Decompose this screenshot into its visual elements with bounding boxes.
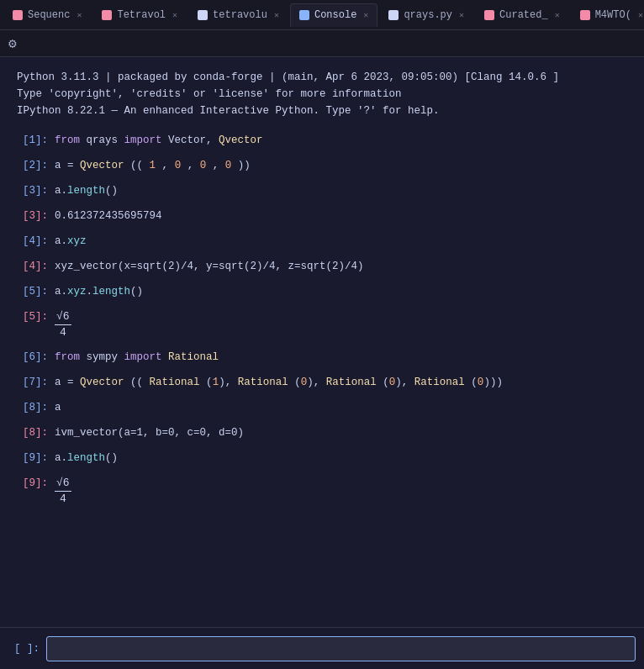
fraction-numer-out9: √6 bbox=[55, 477, 71, 492]
tab-m4wto[interactable]: M4WTO( ✕ bbox=[571, 3, 644, 27]
code-in7: a = Qvector (( Rational (1), Rational (0… bbox=[55, 374, 644, 391]
prompt-in4: [4]: bbox=[8, 233, 55, 250]
code-in1: from qrays import Vector, Qvector bbox=[55, 132, 644, 149]
tab-close-qrays[interactable]: ✕ bbox=[459, 10, 464, 20]
tab-icon-curated bbox=[484, 10, 494, 20]
code-in5: a.xyz.length() bbox=[55, 283, 644, 300]
banner-line3: IPython 8.22.1 — An enhanced Interactive… bbox=[17, 103, 627, 119]
comma-2b: , bbox=[187, 160, 194, 171]
cell-out8: [8]: ivm_vector(a=1, b=0, c=0, d=0) bbox=[0, 420, 644, 445]
tab-label-console: Console bbox=[314, 9, 356, 21]
r4-7b: ))) bbox=[483, 377, 503, 388]
output-out3: 0.612372435695794 bbox=[55, 208, 644, 224]
prompt-out5: [5]: bbox=[8, 308, 55, 325]
tab-icon-tetravolu bbox=[198, 10, 208, 20]
cls-rational-7b: Rational bbox=[238, 377, 288, 388]
paren-open-2: (( bbox=[130, 160, 143, 171]
cell-in9: [9]: a.length() bbox=[0, 445, 644, 471]
cell-in1: [1]: from qrays import Vector, Qvector bbox=[0, 128, 644, 153]
mod-sympy: sympy bbox=[87, 351, 124, 363]
tab-close-tetravol1[interactable]: ✕ bbox=[172, 10, 177, 20]
tab-icon-m4wto bbox=[580, 10, 590, 20]
var-a-3: a. bbox=[55, 185, 67, 197]
mod-qrays: qrays bbox=[87, 134, 124, 146]
num-0-2a: 0 bbox=[175, 160, 182, 171]
tab-label-tetravolu: tetravolu bbox=[213, 9, 267, 21]
call-5: () bbox=[130, 286, 143, 298]
toolbar: ⚙ bbox=[0, 30, 644, 57]
tab-icon-tetravol1 bbox=[102, 10, 112, 20]
kw-import-6: import bbox=[124, 351, 162, 363]
code-in9: a.length() bbox=[55, 450, 644, 466]
tab-label-sequence: Sequenc bbox=[28, 9, 70, 21]
attr-xyz-4: xyz bbox=[67, 235, 87, 247]
r1-7b: ), bbox=[219, 377, 238, 388]
prompt-in3: [3]: bbox=[8, 182, 55, 199]
tab-label-qrays: qrays.py bbox=[404, 9, 452, 21]
var-a-7: a = bbox=[55, 377, 80, 388]
tab-tetravolu[interactable]: tetravolu ✕ bbox=[188, 3, 288, 27]
console-input[interactable] bbox=[46, 636, 636, 661]
prompt-out8: [8]: bbox=[8, 424, 55, 441]
tab-label-tetravol1: Tetravol bbox=[117, 9, 166, 21]
paren-7a: (( bbox=[130, 377, 143, 388]
output-out4: xyz_vector(x=sqrt(2)/4, y=sqrt(2)/4, z=s… bbox=[55, 258, 644, 275]
cls-rational-7d: Rational bbox=[414, 377, 465, 388]
fraction-out5: √6 4 bbox=[55, 310, 71, 339]
r4-7: ( bbox=[471, 377, 478, 388]
tab-close-console[interactable]: ✕ bbox=[363, 10, 368, 20]
attr-length-9: length bbox=[67, 452, 105, 464]
code-in3: a.length() bbox=[55, 182, 644, 199]
fraction-denom-out5: 4 bbox=[58, 325, 68, 340]
output-out8: ivm_vector(a=1, b=0, c=0, d=0) bbox=[55, 424, 644, 441]
r2-7b: ), bbox=[307, 377, 326, 388]
var-a-4: a. bbox=[55, 235, 67, 247]
tab-close-curated[interactable]: ✕ bbox=[555, 10, 560, 20]
attr-length-5: length bbox=[92, 286, 130, 298]
cell-out3: [3]: 0.612372435695794 bbox=[0, 203, 644, 229]
tab-curated[interactable]: Curated_ ✕ bbox=[475, 3, 569, 27]
cell-out5: [5]: √6 4 bbox=[0, 304, 644, 345]
fraction-numer-out5: √6 bbox=[55, 310, 71, 325]
comma-2c: , bbox=[213, 160, 219, 171]
kw-import-1: import bbox=[124, 134, 162, 146]
input-area: [ ]: bbox=[0, 627, 644, 669]
code-in4: a.xyz bbox=[55, 233, 644, 250]
tab-tetravol1[interactable]: Tetravol ✕ bbox=[92, 3, 187, 27]
cls-rational-7c: Rational bbox=[326, 377, 377, 388]
banner-line1: Python 3.11.3 | packaged by conda-forge … bbox=[17, 69, 627, 86]
num-0-2c: 0 bbox=[225, 160, 232, 171]
cls-rational-7a: Rational bbox=[150, 377, 200, 388]
tab-close-tetravolu[interactable]: ✕ bbox=[274, 10, 279, 20]
cell-in4: [4]: a.xyz bbox=[0, 229, 644, 254]
app-window: Sequenc ✕ Tetravol ✕ tetravolu ✕ Console… bbox=[0, 0, 644, 669]
tab-console[interactable]: Console ✕ bbox=[290, 3, 377, 27]
out4-value: xyz_vector(x=sqrt(2)/4, y=sqrt(2)/4, z=s… bbox=[55, 261, 364, 272]
r3-7: ( bbox=[383, 377, 389, 388]
r2-7: ( bbox=[294, 377, 301, 388]
prompt-in1: [1]: bbox=[8, 132, 55, 149]
cell-out9: [9]: √6 4 bbox=[0, 471, 644, 511]
out3-value: 0.612372435695794 bbox=[55, 210, 162, 222]
tab-qrays[interactable]: qrays.py ✕ bbox=[379, 3, 473, 27]
num-1-2: 1 bbox=[150, 160, 156, 171]
cls-rational-6: Rational bbox=[168, 351, 219, 363]
tab-sequence[interactable]: Sequenc ✕ bbox=[3, 3, 91, 27]
tab-icon-qrays bbox=[388, 10, 399, 20]
var-a-2: a = bbox=[55, 160, 80, 171]
prompt-in5: [5]: bbox=[8, 283, 55, 300]
cell-in7: [7]: a = Qvector (( Rational (1), Ration… bbox=[0, 370, 644, 395]
gear-icon[interactable]: ⚙ bbox=[8, 35, 17, 52]
console-banner: Python 3.11.3 | packaged by conda-forge … bbox=[0, 66, 644, 128]
console-output[interactable]: Python 3.11.3 | packaged by conda-forge … bbox=[0, 57, 644, 627]
cell-in5: [5]: a.xyz.length() bbox=[0, 279, 644, 304]
fraction-denom-out9: 4 bbox=[58, 492, 68, 506]
dot-5: . bbox=[87, 286, 93, 298]
tab-close-sequence[interactable]: ✕ bbox=[77, 10, 82, 20]
kw-from-1: from bbox=[55, 134, 80, 146]
tab-icon-sequence bbox=[13, 10, 23, 20]
code-in8: a bbox=[55, 399, 644, 416]
tab-close-m4wto[interactable]: ✕ bbox=[638, 10, 643, 20]
cell-in6: [6]: from sympy import Rational bbox=[0, 345, 644, 370]
tab-icon-console bbox=[299, 10, 309, 20]
